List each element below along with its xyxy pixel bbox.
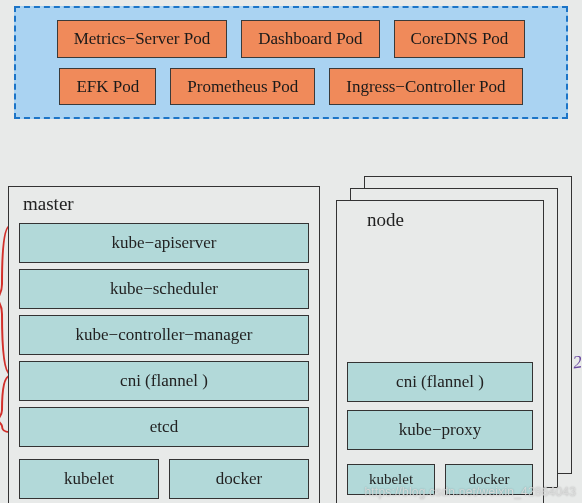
node-box: node cni (flannel ) kube−proxy kubelet d…	[336, 200, 544, 503]
svc-node-cni: cni (flannel )	[347, 362, 533, 402]
svc-kube-controller-manager: kube−controller−manager	[19, 315, 309, 355]
node-bottom-row: kubelet docker	[347, 464, 533, 495]
pod-efk: EFK Pod	[59, 68, 156, 106]
svc-node-kube-proxy: kube−proxy	[347, 410, 533, 450]
node-spacer	[347, 241, 533, 362]
svc-node-docker: docker	[445, 464, 533, 495]
pod-prometheus: Prometheus Pod	[170, 68, 315, 106]
diagram-canvas: Metrics−Server Pod Dashboard Pod CoreDNS…	[0, 0, 582, 503]
node-stack: node cni (flannel ) kube−proxy kubelet d…	[336, 176, 572, 502]
master-title: master	[23, 193, 74, 215]
master-bottom-row: kubelet docker	[19, 459, 309, 499]
svc-node-kubelet: kubelet	[347, 464, 435, 495]
svc-etcd: etcd	[19, 407, 309, 447]
svc-master-docker: docker	[169, 459, 309, 499]
node-services: cni (flannel ) kube−proxy	[347, 362, 533, 450]
master-services: kube−apiserver kube−scheduler kube−contr…	[19, 223, 309, 447]
pod-ingress-controller: Ingress−Controller Pod	[329, 68, 522, 106]
svc-master-cni: cni (flannel )	[19, 361, 309, 401]
addons-group: Metrics−Server Pod Dashboard Pod CoreDNS…	[14, 6, 568, 119]
node-title: node	[367, 209, 404, 231]
svc-master-kubelet: kubelet	[19, 459, 159, 499]
svc-kube-apiserver: kube−apiserver	[19, 223, 309, 263]
master-box: master kube−apiserver kube−scheduler kub…	[8, 186, 320, 503]
pod-coredns: CoreDNS Pod	[394, 20, 526, 58]
pod-metrics-server: Metrics−Server Pod	[57, 20, 228, 58]
svc-kube-scheduler: kube−scheduler	[19, 269, 309, 309]
pod-dashboard: Dashboard Pod	[241, 20, 379, 58]
